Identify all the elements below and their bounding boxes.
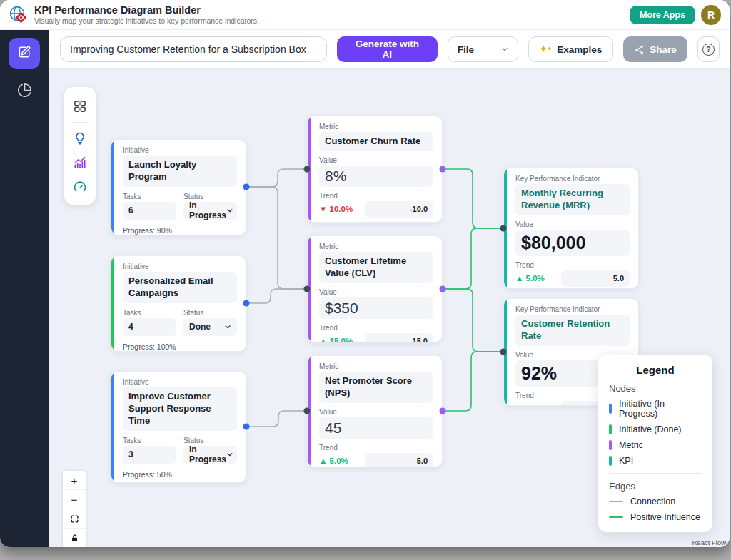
palette-initiative-button[interactable] bbox=[68, 126, 92, 151]
connection-handle[interactable] bbox=[500, 225, 507, 232]
legend-item: Initiative (Done) bbox=[609, 424, 702, 434]
tasks-input[interactable]: 3 bbox=[123, 446, 176, 464]
edge-positive-influence[interactable] bbox=[443, 352, 503, 411]
kpi-title[interactable]: Customer Retention Rate bbox=[515, 315, 630, 346]
left-rail bbox=[0, 30, 49, 547]
page-title: KPI Performance Diagram Builder bbox=[34, 4, 630, 16]
trend-indicator: ▼ 10.0% bbox=[319, 205, 353, 213]
node-accent bbox=[111, 139, 114, 235]
legend-title: Legend bbox=[609, 364, 702, 376]
tasks-input[interactable]: 6 bbox=[123, 202, 176, 220]
metric-node[interactable]: Metric Customer Churn Rate Value 8% Tren… bbox=[307, 116, 443, 223]
kpi-value[interactable]: $80,000 bbox=[515, 230, 630, 256]
initiative-inprogress-swatch bbox=[609, 404, 612, 414]
node-accent bbox=[111, 255, 114, 352]
progress-label: Progress: 50% bbox=[123, 470, 237, 479]
palette-kpi-button[interactable] bbox=[68, 175, 92, 199]
flow-canvas[interactable]: Initiative Launch Loyalty Program Tasks … bbox=[49, 69, 730, 547]
edge-positive-influence[interactable] bbox=[443, 169, 503, 228]
fit-view-icon bbox=[70, 514, 79, 524]
metric-value[interactable]: 45 bbox=[319, 417, 433, 439]
metric-title[interactable]: Customer Lifetime Value (CLV) bbox=[319, 252, 433, 283]
help-button[interactable]: ? bbox=[697, 36, 720, 62]
trend-input[interactable]: -10.0 bbox=[365, 201, 433, 218]
edge-connection[interactable] bbox=[246, 187, 307, 289]
edge-positive-influence[interactable] bbox=[443, 228, 503, 289]
status-select[interactable]: In Progress bbox=[183, 446, 237, 464]
edge-connection[interactable] bbox=[246, 169, 307, 187]
initiative-node[interactable]: Initiative Personalized Email Campaigns … bbox=[111, 255, 246, 352]
react-flow-attribution[interactable]: React Flow bbox=[692, 539, 726, 546]
initiative-title[interactable]: Personalized Email Campaigns bbox=[123, 272, 237, 303]
file-menu-button[interactable]: File bbox=[448, 36, 518, 62]
trend-indicator: ▲ 5.0% bbox=[515, 274, 545, 282]
metric-title[interactable]: Customer Churn Rate bbox=[319, 132, 433, 151]
page-subtitle: Visually map your strategic initiatives … bbox=[34, 16, 630, 25]
connection-handle[interactable] bbox=[440, 166, 446, 173]
kpi-title[interactable]: Monthly Recurring Revenue (MRR) bbox=[515, 184, 630, 215]
progress-label: Progress: 90% bbox=[123, 226, 237, 235]
avatar[interactable]: R bbox=[701, 5, 721, 25]
node-type-label: Initiative bbox=[123, 263, 237, 270]
legend-edges-header: Edges bbox=[609, 481, 702, 492]
legend-item: KPI bbox=[609, 456, 702, 466]
initiative-node[interactable]: Initiative Improve Customer Support Resp… bbox=[111, 371, 246, 483]
connection-handle[interactable] bbox=[500, 349, 507, 355]
kpi-node[interactable]: Key Performance Indicator Monthly Recurr… bbox=[503, 168, 639, 289]
zoom-in-button[interactable]: + bbox=[63, 471, 86, 490]
edge-positive-influence[interactable] bbox=[443, 289, 503, 352]
legend-panel: Legend Nodes Initiative (In Progress) In… bbox=[598, 355, 712, 532]
initiative-node[interactable]: Initiative Launch Loyalty Program Tasks … bbox=[111, 139, 246, 235]
lock-icon bbox=[70, 534, 79, 543]
legend-item: Metric bbox=[609, 440, 702, 450]
trend-input[interactable]: 5.0 bbox=[365, 453, 433, 467]
trend-indicator: ▲ 3.0% bbox=[515, 404, 545, 406]
fit-view-button[interactable] bbox=[63, 509, 86, 529]
metric-title[interactable]: Net Promoter Score (NPS) bbox=[319, 372, 433, 403]
metric-node[interactable]: Metric Customer Lifetime Value (CLV) Val… bbox=[307, 235, 443, 342]
metric-value[interactable]: 8% bbox=[319, 166, 433, 187]
generate-ai-button[interactable]: Generate with AI bbox=[337, 36, 438, 62]
examples-button[interactable]: ✦✦ Examples bbox=[528, 36, 614, 62]
share-button[interactable]: Share bbox=[623, 36, 687, 62]
trend-input[interactable]: 15.0 bbox=[365, 333, 433, 342]
status-select[interactable]: In Progress bbox=[183, 202, 237, 220]
node-type-label: Metric bbox=[319, 123, 433, 131]
more-apps-button[interactable]: More Apps bbox=[630, 6, 695, 24]
connection-handle[interactable] bbox=[243, 424, 250, 430]
node-type-label: Initiative bbox=[123, 378, 237, 386]
metric-value[interactable]: $350 bbox=[319, 297, 433, 319]
trend-indicator: ▲ 15.0% bbox=[319, 337, 353, 342]
tasks-input[interactable]: 4 bbox=[123, 318, 176, 336]
zoom-out-button[interactable]: − bbox=[63, 490, 86, 509]
edit-mode-button[interactable] bbox=[9, 38, 40, 69]
legend-divider bbox=[609, 473, 702, 474]
prompt-input[interactable] bbox=[60, 36, 327, 62]
slider-knob[interactable] bbox=[176, 482, 185, 483]
node-accent bbox=[111, 371, 114, 483]
palette-metric-button[interactable] bbox=[68, 151, 92, 175]
connection-handle[interactable] bbox=[304, 286, 311, 292]
initiative-title[interactable]: Launch Loyalty Program bbox=[123, 156, 237, 187]
initiative-title[interactable]: Improve Customer Support Response Time bbox=[123, 387, 237, 431]
edge-connection[interactable] bbox=[246, 411, 307, 427]
lock-toggle-button[interactable] bbox=[63, 529, 86, 547]
trend-input[interactable]: 5.0 bbox=[561, 270, 630, 287]
legend-item: Positive Influence bbox=[609, 512, 702, 522]
connection-handle[interactable] bbox=[304, 408, 311, 414]
chevron-down-icon bbox=[224, 323, 231, 330]
connection-handle[interactable] bbox=[243, 300, 250, 307]
bar-chart-icon bbox=[73, 156, 87, 170]
connection-handle[interactable] bbox=[440, 408, 446, 414]
edge-connection[interactable] bbox=[246, 289, 307, 303]
connection-handle[interactable] bbox=[440, 286, 446, 292]
chart-mode-button[interactable] bbox=[9, 79, 40, 103]
palette-grid-button[interactable] bbox=[68, 94, 92, 118]
app-logo-icon bbox=[9, 5, 28, 24]
connection-handle[interactable] bbox=[304, 166, 311, 173]
palette-divider bbox=[71, 122, 89, 123]
metric-node[interactable]: Metric Net Promoter Score (NPS) Value 45… bbox=[307, 355, 443, 467]
legend-item: Initiative (In Progress) bbox=[609, 399, 702, 419]
connection-handle[interactable] bbox=[243, 184, 250, 190]
status-select[interactable]: Done bbox=[183, 318, 237, 336]
